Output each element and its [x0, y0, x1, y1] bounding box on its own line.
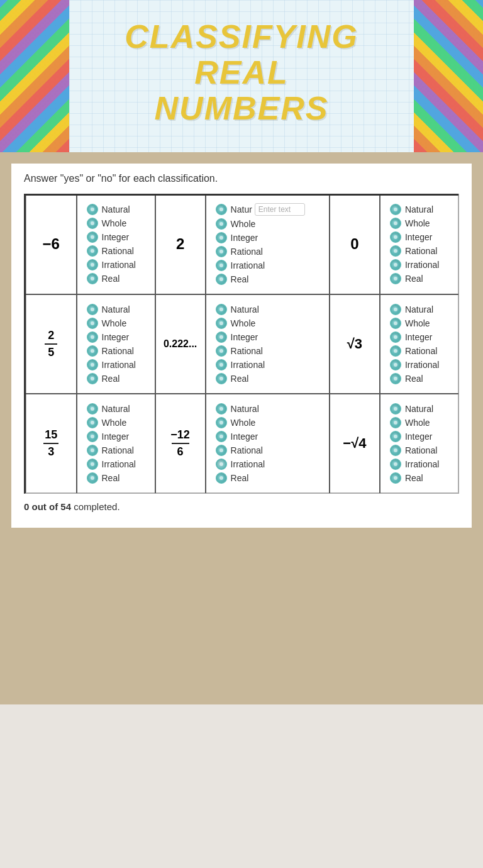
- natural-input[interactable]: [255, 203, 305, 216]
- option-rational-153[interactable]: Rational: [87, 445, 145, 456]
- header-center: CLASSIFYING REAL NUMBERS: [69, 0, 414, 152]
- option-natural[interactable]: Natural: [87, 204, 145, 215]
- option-real-0222[interactable]: Real: [216, 373, 319, 384]
- option-natural-nsqrt4[interactable]: Natural: [390, 403, 448, 415]
- option-real-153[interactable]: Real: [87, 472, 145, 484]
- option-whole-sqrt3[interactable]: Whole: [390, 318, 448, 329]
- option-whole-nsqrt4[interactable]: Whole: [390, 417, 448, 428]
- option-irrational-0222[interactable]: Irrational: [216, 359, 319, 370]
- option-integer-nsqrt4[interactable]: Integer: [390, 431, 448, 442]
- option-real-nsqrt4[interactable]: Real: [390, 472, 448, 484]
- options-cell-neg12-6: Natural Whole Integer Rational Irrationa…: [206, 394, 330, 493]
- option-integer-2[interactable]: Integer: [216, 232, 319, 243]
- option-irrational-25[interactable]: Irrational: [87, 359, 145, 370]
- option-natural-0[interactable]: Natural: [390, 204, 448, 215]
- option-rational-sqrt3[interactable]: Rational: [390, 345, 448, 357]
- table-top-border: [26, 194, 458, 196]
- table-row: 15 3 Natural Whole Integer Rational Irra…: [26, 394, 458, 493]
- progress-count: 0 out of 54: [24, 501, 74, 512]
- option-irrational-0[interactable]: Irrational: [390, 259, 448, 270]
- header-section: CLASSIFYING REAL NUMBERS: [0, 0, 483, 152]
- bottom-area: [0, 704, 483, 868]
- option-whole-2[interactable]: Whole: [216, 218, 319, 230]
- table-row: 2 5 Natural Whole Integer Rational Irrat…: [26, 294, 458, 394]
- option-natural-0222[interactable]: Natural: [216, 304, 319, 315]
- progress-text: 0 out of 54 completed.: [24, 501, 459, 512]
- option-integer-0222[interactable]: Integer: [216, 331, 319, 343]
- option-integer-sqrt3[interactable]: Integer: [390, 331, 448, 343]
- option-rational-2[interactable]: Rational: [216, 246, 319, 257]
- number-cell-15-3: 15 3: [26, 394, 77, 493]
- number-cell-neg-sqrt4: −√4: [330, 394, 380, 493]
- options-cell-2-5: Natural Whole Integer Rational Irrationa…: [77, 294, 155, 394]
- option-rational-25[interactable]: Rational: [87, 345, 145, 357]
- number-cell-sqrt3: √3: [330, 294, 380, 394]
- option-real-n126[interactable]: Real: [216, 472, 319, 484]
- option-irrational[interactable]: Irrational: [87, 259, 145, 270]
- number-cell-0: 0: [330, 194, 380, 294]
- option-real-sqrt3[interactable]: Real: [390, 373, 448, 384]
- number-cell-0222: 0.222...: [155, 294, 206, 394]
- option-irrational-nsqrt4[interactable]: Irrational: [390, 459, 448, 470]
- number-cell-neg6: −6: [26, 194, 77, 294]
- option-natural-n126[interactable]: Natural: [216, 403, 319, 415]
- number-cell-neg12-6: −12 6: [155, 394, 206, 493]
- option-natural-2[interactable]: Natur: [216, 203, 319, 216]
- option-natural-25[interactable]: Natural: [87, 304, 145, 315]
- option-whole[interactable]: Whole: [87, 218, 145, 229]
- option-integer-153[interactable]: Integer: [87, 431, 145, 442]
- left-chevrons-decoration: [0, 0, 69, 152]
- option-natural-sqrt3[interactable]: Natural: [390, 304, 448, 315]
- option-irrational-sqrt3[interactable]: Irrational: [390, 359, 448, 370]
- number-cell-2: 2: [155, 194, 206, 294]
- option-real-0[interactable]: Real: [390, 273, 448, 284]
- options-cell-sqrt3: Natural Whole Integer Rational Irrationa…: [380, 294, 458, 394]
- content-panel: Answer "yes" or "no" for each classifica…: [11, 164, 472, 528]
- table-container: −6 Natural Whole Integer Rational Irrati…: [24, 194, 459, 494]
- option-integer[interactable]: Integer: [87, 231, 145, 243]
- right-chevrons-decoration: [414, 0, 483, 152]
- option-whole-0222[interactable]: Whole: [216, 318, 319, 329]
- options-cell-0: Natural Whole Integer Rational Irrationa…: [380, 194, 458, 294]
- number-cell-2-5: 2 5: [26, 294, 77, 394]
- option-whole-n126[interactable]: Whole: [216, 417, 319, 428]
- options-cell-2: Natur Whole Integer Rational Irrational …: [206, 194, 330, 294]
- option-real[interactable]: Real: [87, 273, 145, 284]
- option-integer-n126[interactable]: Integer: [216, 431, 319, 442]
- option-whole-153[interactable]: Whole: [87, 417, 145, 428]
- option-rational-n126[interactable]: Rational: [216, 445, 319, 456]
- option-rational-nsqrt4[interactable]: Rational: [390, 445, 448, 456]
- option-real-25[interactable]: Real: [87, 373, 145, 384]
- option-real-2[interactable]: Real: [216, 274, 319, 285]
- option-whole-25[interactable]: Whole: [87, 318, 145, 329]
- option-natural-153[interactable]: Natural: [87, 403, 145, 415]
- main-wrapper: Answer "yes" or "no" for each classifica…: [0, 152, 483, 704]
- option-irrational-153[interactable]: Irrational: [87, 459, 145, 470]
- option-integer-0[interactable]: Integer: [390, 231, 448, 243]
- option-rational-0222[interactable]: Rational: [216, 345, 319, 357]
- options-cell-neg6: Natural Whole Integer Rational Irrationa…: [77, 194, 155, 294]
- instruction-text: Answer "yes" or "no" for each classifica…: [24, 173, 459, 184]
- option-whole-0[interactable]: Whole: [390, 218, 448, 229]
- options-cell-15-3: Natural Whole Integer Rational Irrationa…: [77, 394, 155, 493]
- classification-table: −6 Natural Whole Integer Rational Irrati…: [26, 194, 458, 493]
- options-cell-neg-sqrt4: Natural Whole Integer Rational Irrationa…: [380, 394, 458, 493]
- option-rational[interactable]: Rational: [87, 245, 145, 257]
- option-rational-0[interactable]: Rational: [390, 245, 448, 257]
- option-integer-25[interactable]: Integer: [87, 331, 145, 343]
- option-irrational-2[interactable]: Irrational: [216, 260, 319, 271]
- page-title: CLASSIFYING REAL NUMBERS: [82, 19, 401, 127]
- option-irrational-n126[interactable]: Irrational: [216, 459, 319, 470]
- options-cell-0222: Natural Whole Integer Rational Irrationa…: [206, 294, 330, 394]
- table-row: −6 Natural Whole Integer Rational Irrati…: [26, 194, 458, 294]
